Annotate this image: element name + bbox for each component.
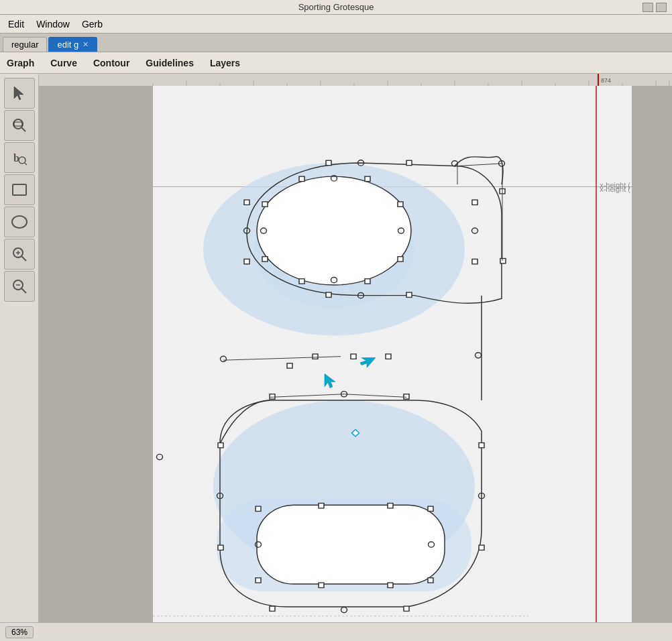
canvas-area[interactable]: 874 x-height ( descender (- (39, 74, 672, 622)
svg-rect-75 (313, 354, 318, 359)
svg-rect-95 (256, 506, 261, 511)
svg-rect-61 (299, 279, 304, 284)
svg-rect-76 (351, 354, 356, 359)
svg-rect-52 (472, 200, 478, 205)
svg-rect-50 (406, 292, 412, 297)
svg-rect-89 (404, 394, 409, 399)
svg-point-8 (12, 216, 27, 228)
svg-rect-59 (262, 202, 268, 207)
main-layout: b (0, 74, 672, 622)
svg-rect-3 (14, 122, 22, 126)
pointer-tool[interactable] (4, 78, 35, 109)
svg-rect-69 (500, 258, 506, 263)
menu-bar: Edit Window Gerb (0, 15, 672, 34)
glyph-canvas[interactable]: x-height ( descender (- (39, 86, 672, 622)
glyph-svg (153, 86, 528, 622)
svg-rect-90 (479, 443, 484, 447)
svg-rect-77 (386, 354, 391, 359)
svg-text:874: 874 (601, 77, 611, 84)
svg-rect-63 (398, 257, 403, 261)
zoom-select-tool[interactable] (4, 110, 35, 141)
svg-line-70 (457, 164, 502, 166)
svg-point-1 (13, 119, 23, 129)
zoom-display[interactable]: 63% (5, 626, 34, 638)
svg-point-74 (221, 356, 227, 361)
svg-rect-47 (244, 200, 249, 205)
svg-rect-51 (472, 259, 478, 264)
svg-rect-64 (398, 202, 403, 207)
window-controls (642, 3, 667, 12)
svg-rect-62 (365, 279, 370, 284)
panel-tabs: Graph Curve Contour Guidelines Layers (0, 52, 672, 74)
svg-line-14 (21, 288, 26, 293)
red-vertical-line (596, 86, 597, 622)
tab-regular-label: regular (11, 40, 38, 50)
svg-rect-97 (388, 504, 393, 508)
menu-gerb[interactable]: Gerb (76, 17, 108, 31)
svg-rect-85 (218, 443, 223, 447)
status-bar: 63% (0, 622, 672, 641)
minimize-button[interactable] (642, 3, 653, 12)
svg-text:b: b (13, 152, 19, 164)
panel-tab-graph[interactable]: Graph (5, 55, 36, 71)
left-toolbar: b (0, 74, 39, 622)
svg-rect-46 (326, 160, 331, 165)
svg-rect-91 (479, 545, 484, 550)
xheight-text: x-height ( (600, 185, 630, 193)
svg-rect-92 (404, 606, 409, 611)
tab-close-icon[interactable]: ✕ (82, 40, 89, 49)
app-title: Sporting Grotesque (298, 2, 374, 12)
tab-regular[interactable]: regular (3, 37, 47, 52)
svg-point-84 (341, 607, 347, 612)
svg-marker-0 (14, 86, 23, 100)
tab-edit-g-label: edit g (57, 40, 78, 50)
tab-bar: regular edit g ✕ (0, 34, 672, 52)
svg-rect-98 (428, 506, 433, 511)
svg-rect-49 (326, 292, 331, 297)
svg-rect-96 (319, 504, 324, 508)
svg-point-45 (472, 228, 478, 233)
search-tool[interactable] (4, 239, 35, 270)
menu-edit[interactable]: Edit (3, 17, 30, 31)
svg-rect-58 (299, 176, 304, 181)
svg-rect-87 (270, 606, 275, 611)
svg-rect-65 (365, 176, 370, 181)
svg-line-103 (223, 357, 341, 361)
svg-point-106 (157, 454, 163, 459)
svg-rect-100 (388, 583, 393, 587)
menu-window[interactable]: Window (31, 17, 75, 31)
svg-line-105 (344, 394, 406, 398)
tab-edit-g[interactable]: edit g ✕ (48, 37, 97, 52)
svg-point-40 (257, 176, 411, 285)
svg-rect-48 (244, 259, 249, 264)
panel-tab-layers[interactable]: Layers (209, 55, 241, 71)
svg-rect-41 (257, 505, 445, 584)
svg-rect-7 (13, 184, 26, 195)
svg-rect-78 (287, 363, 292, 368)
svg-rect-88 (270, 394, 275, 399)
panel-tab-contour[interactable]: Contour (92, 55, 131, 71)
svg-line-104 (270, 394, 344, 398)
svg-rect-60 (262, 257, 268, 261)
svg-line-10 (21, 256, 26, 261)
svg-rect-99 (428, 578, 433, 583)
rectangle-tool[interactable] (4, 174, 35, 205)
title-bar: Sporting Grotesque (0, 0, 672, 15)
svg-rect-16 (39, 74, 672, 86)
ruler-horizontal: 874 (39, 74, 672, 86)
svg-rect-101 (319, 583, 324, 587)
maximize-button[interactable] (656, 3, 667, 12)
glyph-select-tool[interactable]: b (4, 142, 35, 173)
svg-rect-102 (256, 578, 261, 583)
svg-rect-53 (406, 160, 412, 165)
svg-line-2 (21, 127, 25, 131)
svg-point-73 (475, 353, 482, 358)
svg-line-6 (25, 163, 27, 165)
svg-marker-80 (360, 358, 376, 368)
ellipse-tool[interactable] (4, 207, 35, 237)
panel-tab-guidelines[interactable]: Guidelines (144, 55, 195, 71)
panel-tab-curve[interactable]: Curve (49, 55, 78, 71)
svg-marker-79 (325, 373, 335, 388)
svg-point-5 (19, 157, 25, 164)
zoom-tool[interactable] (4, 271, 35, 302)
